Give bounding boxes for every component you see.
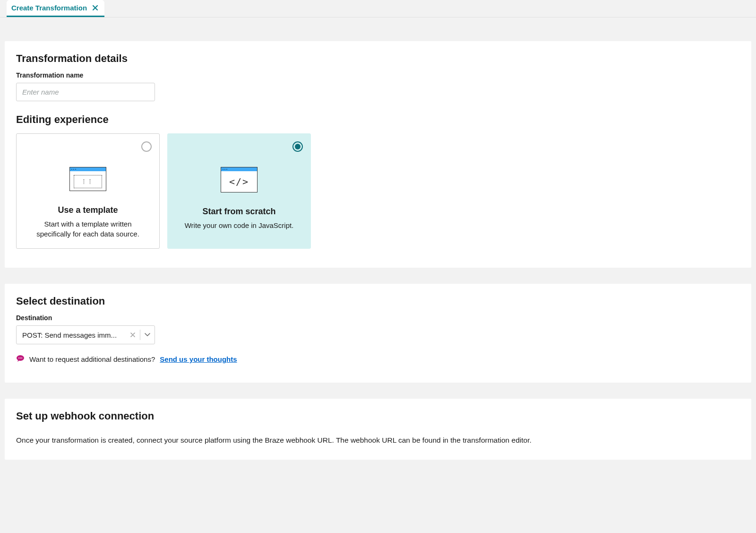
- clear-icon[interactable]: [126, 326, 140, 344]
- option-title: Start from scratch: [202, 207, 275, 217]
- panel-transformation-details: Transformation details Transformation na…: [5, 41, 751, 268]
- panel-webhook: Set up webhook connection Once your tran…: [5, 399, 751, 460]
- svg-point-1: [18, 358, 19, 358]
- option-title: Use a template: [58, 205, 118, 215]
- template-icon: [69, 167, 106, 191]
- option-description: Write your own code in JavaScript.: [185, 220, 294, 230]
- section-title-webhook: Set up webhook connection: [16, 410, 740, 422]
- section-title-details: Transformation details: [16, 52, 740, 65]
- feedback-text: Want to request additional destinations?: [29, 355, 155, 363]
- webhook-body-text: Once your transformation is created, con…: [16, 435, 740, 446]
- option-use-template[interactable]: Use a template Start with a template wri…: [16, 133, 160, 249]
- svg-point-3: [21, 358, 22, 358]
- feedback-link[interactable]: Send us your thoughts: [160, 355, 237, 363]
- option-description: Start with a template written specifical…: [28, 219, 148, 239]
- chat-icon: [16, 355, 25, 364]
- input-transformation-name[interactable]: [16, 83, 155, 101]
- label-destination: Destination: [16, 314, 740, 322]
- page-content: Transformation details Transformation na…: [0, 17, 756, 485]
- svg-point-2: [20, 358, 21, 358]
- editing-option-row: Use a template Start with a template wri…: [16, 133, 740, 249]
- code-icon: </>: [221, 167, 258, 192]
- radio-button[interactable]: [292, 141, 303, 152]
- tab-create-transformation[interactable]: Create Transformation: [7, 0, 104, 17]
- section-title-editing: Editing experience: [16, 114, 740, 126]
- select-value: POST: Send messages imm...: [17, 326, 126, 344]
- tab-label: Create Transformation: [11, 4, 87, 12]
- option-start-from-scratch[interactable]: </> Start from scratch Write your own co…: [167, 133, 311, 249]
- feedback-row: Want to request additional destinations?…: [16, 355, 740, 364]
- label-transformation-name: Transformation name: [16, 71, 740, 79]
- close-icon[interactable]: [93, 4, 98, 12]
- panel-select-destination: Select destination Destination POST: Sen…: [5, 284, 751, 383]
- radio-button[interactable]: [141, 141, 152, 152]
- destination-select[interactable]: POST: Send messages imm...: [16, 325, 155, 344]
- tabs-bar: Create Transformation: [0, 0, 756, 17]
- chevron-down-icon[interactable]: [140, 326, 155, 344]
- section-title-destination: Select destination: [16, 295, 740, 307]
